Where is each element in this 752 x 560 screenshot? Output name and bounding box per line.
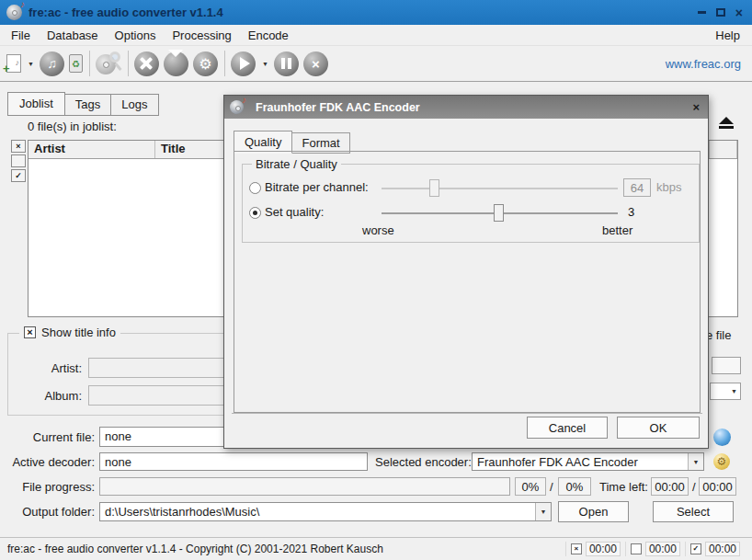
bitrate-slider-handle[interactable] (429, 179, 439, 197)
worse-label: worse (362, 223, 394, 237)
menu-item-encode[interactable]: Encode (240, 26, 297, 45)
gear-icon: ⚙ (193, 51, 218, 76)
menu-item-help[interactable]: Help (706, 26, 749, 45)
output-folder-label: Output folder: (7, 505, 95, 519)
chevron-down-icon: ▼ (731, 388, 737, 394)
open-button[interactable]: Open (558, 501, 629, 522)
cddb-query-button[interactable] (96, 51, 121, 76)
minimize-icon[interactable] (698, 11, 706, 14)
cd-audio-icon: ♫ (40, 51, 64, 76)
menu-item-processing[interactable]: Processing (164, 26, 239, 45)
current-file-label: Current file: (7, 430, 95, 444)
cancel-button[interactable]: Cancel (527, 417, 608, 439)
dialog-close-icon[interactable]: × (689, 100, 702, 114)
time-left-file: 00:00 (651, 477, 689, 496)
timer-unselected: 00:00 (625, 542, 685, 556)
select-button[interactable]: Select (653, 501, 734, 522)
chevron-down-icon[interactable]: ▼ (688, 453, 703, 470)
pause-icon (274, 51, 299, 76)
start-encoding-dropdown-icon[interactable]: ▼ (262, 61, 268, 67)
encoder-settings-icon[interactable]: ⚙ (713, 453, 730, 470)
output-folder-dropdown[interactable]: d:\Users\tristanrhodes\Music\ ▼ (99, 502, 552, 521)
dialog-title-bar: ♪ Fraunhofer FDK AAC Encoder × (224, 96, 708, 119)
ok-button[interactable]: OK (617, 417, 700, 439)
file-progress-label: File progress: (7, 480, 95, 494)
file-progress-bar (99, 477, 510, 496)
dialog-app-icon: ♪ (230, 100, 244, 114)
active-decoder-label: Active decoder: (7, 455, 95, 469)
menu-item-file[interactable]: File (3, 26, 39, 45)
quality-slider-handle[interactable] (494, 204, 504, 222)
total-progress-percent: 0% (558, 477, 591, 496)
selected-encoder-label: Selected encoder: (375, 455, 472, 469)
empty-box-icon (631, 543, 642, 554)
slash-separator: / (692, 480, 696, 494)
close-icon[interactable]: × (735, 8, 743, 17)
quality-radio[interactable] (249, 207, 261, 219)
toggle-selection-button[interactable]: ✓ (11, 169, 26, 182)
selected-encoder-dropdown[interactable]: Fraunhofer FDK AAC Encoder ▼ (472, 452, 704, 471)
encoder-config-button[interactable]: ⚙ (193, 51, 218, 76)
check-box-icon: ✓ (690, 543, 701, 554)
toolbar-separator (89, 51, 90, 76)
group-label: Bitrate / Quality (252, 157, 341, 171)
column-header-blank (710, 141, 737, 158)
timer-selected: × 00:00 (565, 542, 625, 556)
add-files-dropdown-icon[interactable]: ▼ (28, 61, 34, 67)
add-files-button[interactable]: + ♪ (6, 54, 21, 73)
music-note-icon: ♪ (20, 0, 25, 9)
status-bar: fre:ac - free audio converter v1.1.4 - C… (0, 537, 752, 560)
funnel-icon (164, 51, 188, 76)
processing-settings-icon[interactable] (713, 429, 731, 446)
menu-bar: File Database Options Processing Encode … (0, 25, 752, 46)
encode-single-file-label-partial: e file (706, 328, 731, 342)
clear-joblist-button[interactable]: ♻ (69, 54, 83, 73)
eject-button[interactable] (714, 117, 738, 133)
general-settings-button[interactable] (134, 51, 159, 76)
add-files-icon: + ♪ (6, 54, 21, 73)
timer-value: 00:00 (586, 542, 621, 556)
active-decoder-field: none (99, 452, 368, 471)
dialog-title: Fraunhofer FDK AAC Encoder (256, 101, 420, 114)
menu-item-database[interactable]: Database (39, 26, 107, 45)
artist-label: Artist: (16, 361, 82, 375)
main-tab-bar: Joblist Tags Logs (7, 92, 159, 116)
column-header-artist[interactable]: Artist (28, 141, 155, 158)
quality-value: 3 (628, 205, 634, 219)
maximize-icon[interactable] (716, 8, 725, 17)
file-progress-percent: 0% (515, 477, 546, 496)
add-cd-button[interactable]: ♫ (40, 51, 64, 76)
stop-encoding-button[interactable]: × (303, 51, 328, 76)
start-encoding-button[interactable] (231, 51, 256, 76)
select-all-button[interactable]: × (11, 140, 26, 153)
tab-logs[interactable]: Logs (111, 94, 158, 116)
freac-window: ♪ fre:ac - free audio converter v1.1.4 ×… (0, 0, 752, 560)
tab-joblist[interactable]: Joblist (7, 92, 65, 116)
freac-website-link[interactable]: www.freac.org (666, 57, 746, 71)
title-bar: ♪ fre:ac - free audio converter v1.1.4 × (0, 0, 752, 25)
status-text: fre:ac - free audio converter v1.1.4 - C… (7, 543, 565, 555)
bitrate-radio[interactable] (249, 182, 261, 194)
toolbar: + ♪ ▼ ♫ ♻ ⚙ (0, 46, 752, 82)
timer-value: 00:00 (645, 542, 680, 556)
stop-icon: × (303, 51, 328, 76)
better-label: better (602, 223, 632, 237)
trash-icon: ♻ (69, 54, 83, 73)
select-none-button[interactable] (11, 154, 26, 167)
menu-item-options[interactable]: Options (107, 26, 165, 45)
tools-icon (134, 51, 159, 76)
bitrate-value-field[interactable]: 64 (623, 178, 651, 197)
signal-processing-button[interactable] (164, 51, 188, 76)
tab-tags[interactable]: Tags (65, 94, 111, 116)
chevron-down-icon[interactable]: ▼ (535, 503, 551, 520)
pause-encoding-button[interactable] (274, 51, 299, 76)
dialog-separator (232, 413, 702, 414)
bitrate-slider-track (382, 188, 618, 189)
toolbar-separator (224, 51, 225, 76)
output-format-dropdown-partial[interactable]: ▼ (710, 383, 741, 400)
output-filename-field-partial[interactable] (712, 357, 741, 374)
joblist-count: 0 file(s) in joblist: (28, 120, 117, 133)
cd-search-icon (96, 51, 121, 76)
show-title-info-checkbox[interactable]: × (24, 326, 36, 338)
time-left-label: Time left: (599, 480, 648, 494)
